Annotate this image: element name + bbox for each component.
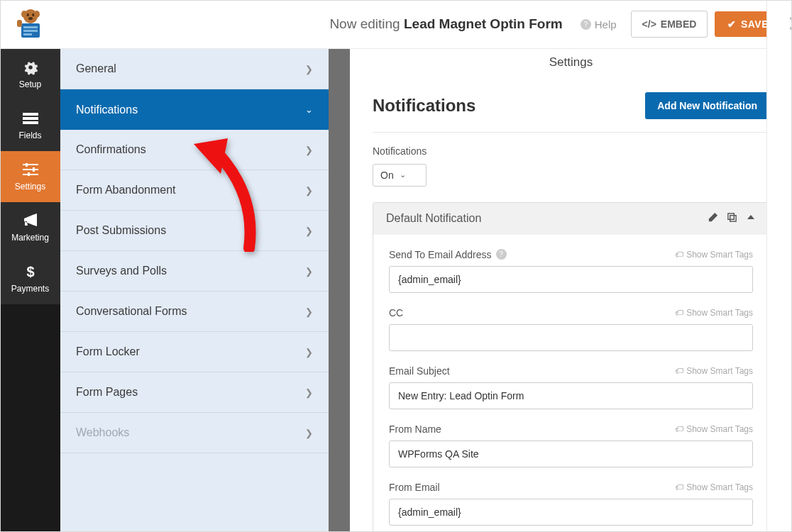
panel-title: Default Notification bbox=[386, 212, 481, 225]
divider bbox=[329, 49, 350, 532]
sidebar-item-form-pages[interactable]: Form Pages❯ bbox=[60, 372, 329, 413]
svg-rect-20 bbox=[28, 172, 30, 176]
show-smart-tags[interactable]: 🏷Show Smart Tags bbox=[675, 250, 753, 260]
from-name-label: From Name bbox=[389, 423, 441, 435]
show-smart-tags[interactable]: 🏷Show Smart Tags bbox=[675, 308, 753, 318]
edit-icon[interactable] bbox=[708, 212, 718, 226]
svg-rect-15 bbox=[23, 164, 38, 165]
chevron-right-icon: ❯ bbox=[305, 64, 313, 74]
tag-icon: 🏷 bbox=[675, 308, 683, 318]
svg-text:$: $ bbox=[26, 264, 34, 279]
sidebar-item-conversational-forms[interactable]: Conversational Forms❯ bbox=[60, 292, 329, 332]
chevron-right-icon: ❯ bbox=[305, 185, 313, 196]
chevron-down-icon: ⌄ bbox=[305, 104, 313, 115]
show-smart-tags[interactable]: 🏷Show Smart Tags bbox=[675, 366, 753, 376]
check-icon: ✔ bbox=[727, 18, 737, 30]
nav-fields[interactable]: Fields bbox=[0, 100, 60, 151]
svg-point-3 bbox=[28, 17, 33, 20]
tag-icon: 🏷 bbox=[675, 250, 683, 260]
svg-rect-18 bbox=[26, 163, 28, 167]
code-icon: </> bbox=[642, 18, 656, 30]
from-email-label: From Email bbox=[389, 482, 440, 493]
chevron-right-icon: ❯ bbox=[305, 387, 313, 398]
dollar-icon: $ bbox=[23, 264, 38, 279]
svg-rect-13 bbox=[23, 117, 38, 120]
settings-sidebar: General❯ Notifications⌄ Confirmations❯ F… bbox=[60, 49, 329, 532]
add-new-notification-button[interactable]: Add New Notification bbox=[645, 92, 769, 119]
list-icon bbox=[23, 111, 38, 126]
svg-rect-19 bbox=[33, 167, 35, 172]
body: Setup Fields Settings Marketing $ Paymen… bbox=[0, 49, 792, 532]
svg-rect-22 bbox=[728, 214, 734, 219]
gear-icon bbox=[23, 60, 38, 75]
wpforms-logo-icon bbox=[13, 6, 48, 42]
tag-icon: 🏷 bbox=[675, 424, 683, 434]
sliders-icon bbox=[23, 162, 38, 177]
sidebar-item-webhooks[interactable]: Webhooks❯ bbox=[60, 413, 329, 453]
nav-rail: Setup Fields Settings Marketing $ Paymen… bbox=[0, 49, 60, 532]
subject-label: Email Subject bbox=[389, 365, 450, 377]
sidebar-item-post-submissions[interactable]: Post Submissions❯ bbox=[60, 211, 329, 251]
notifications-toggle-select[interactable]: On ⌄ bbox=[373, 164, 427, 187]
svg-rect-16 bbox=[23, 169, 38, 170]
page-title: Now editing Lead Magnet Optin Form bbox=[329, 16, 562, 32]
bullhorn-icon bbox=[23, 213, 38, 228]
svg-point-5 bbox=[34, 11, 40, 18]
show-smart-tags[interactable]: 🏷Show Smart Tags bbox=[675, 482, 753, 492]
svg-rect-9 bbox=[23, 33, 32, 35]
content-header: Settings bbox=[350, 49, 792, 77]
tag-icon: 🏷 bbox=[675, 482, 683, 492]
svg-rect-8 bbox=[23, 30, 38, 32]
collapse-icon[interactable] bbox=[746, 212, 756, 226]
help-icon: ? bbox=[581, 19, 591, 30]
notifications-toggle-label: Notifications bbox=[373, 145, 769, 157]
send-to-input[interactable] bbox=[389, 266, 753, 293]
help-icon[interactable]: ? bbox=[496, 249, 507, 260]
chevron-right-icon: ❯ bbox=[305, 145, 313, 155]
sidebar-item-form-locker[interactable]: Form Locker❯ bbox=[60, 332, 329, 372]
sidebar-item-confirmations[interactable]: Confirmations❯ bbox=[60, 130, 329, 170]
tag-icon: 🏷 bbox=[675, 366, 683, 376]
nav-marketing[interactable]: Marketing bbox=[0, 202, 60, 253]
from-email-input[interactable] bbox=[389, 499, 753, 526]
svg-rect-23 bbox=[730, 216, 736, 221]
content: Settings Notifications Add New Notificat… bbox=[350, 49, 792, 532]
subject-input[interactable] bbox=[389, 382, 753, 409]
svg-rect-12 bbox=[23, 113, 38, 116]
nav-setup[interactable]: Setup bbox=[0, 49, 60, 100]
cc-label: CC bbox=[389, 307, 403, 318]
chevron-right-icon: ❯ bbox=[305, 306, 313, 317]
sidebar-item-form-abandonment[interactable]: Form Abandonment❯ bbox=[60, 170, 329, 211]
chevron-down-icon: ⌄ bbox=[400, 170, 406, 179]
from-name-input[interactable] bbox=[389, 440, 753, 467]
chevron-right-icon: ❯ bbox=[305, 226, 313, 236]
right-gutter bbox=[766, 0, 792, 532]
top-bar: Now editing Lead Magnet Optin Form ? Hel… bbox=[0, 0, 792, 49]
svg-rect-7 bbox=[23, 26, 38, 28]
chevron-right-icon: ❯ bbox=[305, 266, 313, 277]
close-icon bbox=[789, 16, 792, 31]
svg-rect-14 bbox=[23, 121, 38, 124]
cc-input[interactable] bbox=[389, 324, 753, 351]
sidebar-item-notifications[interactable]: Notifications⌄ bbox=[60, 89, 329, 130]
chevron-right-icon: ❯ bbox=[305, 428, 313, 438]
help-link[interactable]: ? Help bbox=[581, 18, 617, 31]
logo bbox=[0, 0, 60, 49]
sidebar-item-general[interactable]: General❯ bbox=[60, 49, 329, 89]
duplicate-icon[interactable] bbox=[727, 212, 737, 226]
embed-button[interactable]: </> EMBED bbox=[631, 11, 708, 38]
chevron-right-icon: ❯ bbox=[305, 347, 313, 358]
nav-settings[interactable]: Settings bbox=[0, 151, 60, 202]
sidebar-item-surveys-polls[interactable]: Surveys and Polls❯ bbox=[60, 251, 329, 292]
svg-point-11 bbox=[28, 65, 33, 70]
close-button[interactable] bbox=[786, 13, 792, 38]
nav-payments[interactable]: $ Payments bbox=[0, 253, 60, 304]
section-title: Notifications bbox=[373, 96, 475, 116]
svg-rect-10 bbox=[17, 20, 22, 27]
notification-panel: Default Notification Send To Email Addre… bbox=[373, 202, 769, 532]
svg-point-4 bbox=[21, 11, 27, 18]
show-smart-tags[interactable]: 🏷Show Smart Tags bbox=[675, 424, 753, 434]
send-to-label: Send To Email Address? bbox=[389, 249, 507, 260]
svg-rect-17 bbox=[23, 174, 38, 175]
